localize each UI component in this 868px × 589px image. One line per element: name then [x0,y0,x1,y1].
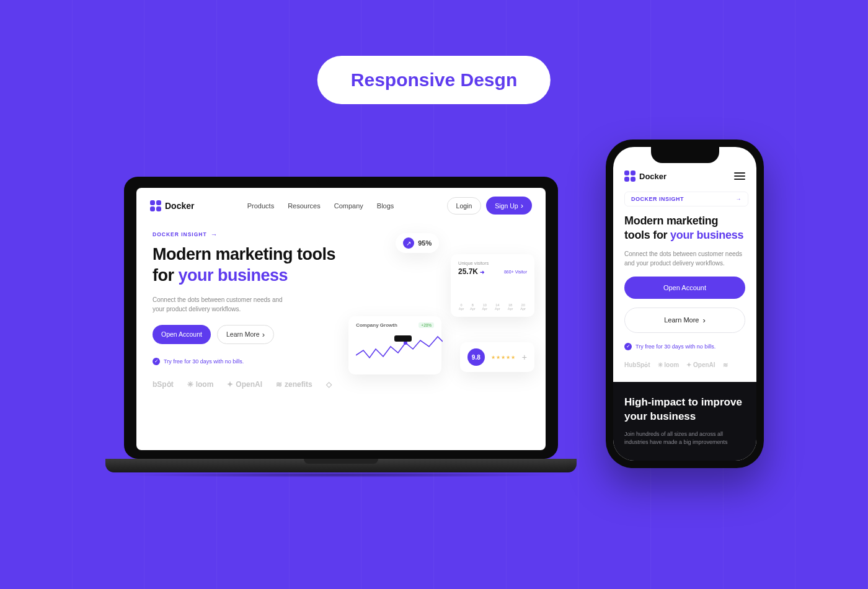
nav-blogs[interactable]: Blogs [377,202,394,210]
visitors-value: 25.7K ➜ [458,267,485,276]
hero-title: Modern marketing tools for your business [624,214,745,243]
stat-pill-card: ↗ 95% [396,233,439,253]
visitors-bar-chart: 0 Apr 8 Apr 10 Apr 14 Apr 18 Apr 20 Apr [458,281,527,311]
page-badge: Responsive Desgn [317,56,551,104]
trial-note: ✓ Try free for 30 days with no bills. [153,358,348,365]
logo-icon [624,170,636,182]
hamburger-menu-icon[interactable] [734,172,745,180]
brand-loom: ✳ loom [187,380,214,389]
brand[interactable]: Docker [624,170,666,182]
chevron-right-icon [521,201,523,210]
brand-openai: ✦ OpenAI [227,380,262,389]
brand-extra-icon: ≋ [723,361,728,368]
laptop-mockup: Docker Products Resources Company Blogs … [124,177,577,477]
brand-zenefits: ≋ zenefits [276,380,312,389]
chevron-right-icon [702,316,705,325]
arrow-right-icon [736,196,742,202]
hero-graphics: ↗ 95% Unique visitors 25.7K ➜ 860+ Visit… [348,231,529,389]
open-account-button[interactable]: Open Account [624,277,745,299]
growth-card: Company Growth +20% [348,316,441,374]
nav-products[interactable]: Products [247,202,274,210]
trial-note: ✓ Try free for 30 days with no bills. [624,343,745,350]
login-button[interactable]: Login [447,197,482,215]
nav-links: Products Resources Company Blogs [247,202,394,210]
visitors-card: Unique visitors 25.7K ➜ 860+ Visitor 0 A… [451,254,534,317]
brand-loom: ✳ loom [658,361,680,368]
learn-more-button[interactable]: Learn More [624,308,745,333]
hero-eyebrow: DOCKER INSIGHT [153,231,348,238]
arrow-up-icon: ➜ [480,269,485,275]
laptop-notch [316,177,366,185]
growth-change: +20% [418,322,434,328]
hero-title: Modern marketing tools for your business [153,244,348,286]
brand-logos-row: HubSpȯt ✳ loom ✦ OpenAI ≋ [624,361,745,368]
open-account-button[interactable]: Open Account [153,325,211,344]
score-value: 9.8 [467,348,485,366]
visitors-delta: 860+ Visitor [504,270,527,274]
brand-extra-icon: ◇ [326,380,332,389]
brand-hubspot: bSpȯt [153,380,174,389]
logo-icon [150,200,161,211]
phone-mockup: Docker DOCKER INSIGHT Modern marketing t… [606,140,764,468]
stat-percent: 95% [418,239,432,247]
check-circle-icon: ✓ [153,358,160,365]
check-circle-icon: ✓ [624,343,632,350]
nav-resources[interactable]: Resources [288,202,321,210]
brand-name: Docker [639,172,666,181]
laptop-base [105,459,577,472]
brand-openai: ✦ OpenAI [686,361,715,368]
growth-label: Company Growth [356,322,397,328]
brand-name: Docker [165,201,194,211]
trend-up-icon: ↗ [403,237,414,249]
chevron-right-icon [262,330,265,339]
hero-eyebrow[interactable]: DOCKER INSIGHT [624,192,748,206]
signup-button[interactable]: Sign Up [486,197,532,215]
dark-section-title: High-impact to improve your business [624,396,745,424]
brand-hubspot: HubSpȯt [624,361,650,368]
desktop-navbar: Docker Products Resources Company Blogs … [136,188,546,221]
arrow-right-icon [211,231,218,238]
brand-logos-row: bSpȯt ✳ loom ✦ OpenAI ≋ zenefits ◇ [153,380,348,389]
score-card: 9.8 ★★★★★ + [460,342,534,372]
svg-rect-1 [394,335,412,342]
plus-icon: + [522,352,527,362]
dark-section: High-impact to improve your business Joi… [613,382,756,461]
learn-more-button[interactable]: Learn More [217,325,274,344]
growth-line-chart [356,332,443,366]
hero-subtitle: Connect the dots between customer needs … [624,249,745,268]
mobile-navbar: Docker [624,170,745,182]
hero-subtitle: Connect the dots between customer needs … [153,295,295,314]
nav-company[interactable]: Company [334,202,363,210]
visitors-label: Unique visitors [458,260,527,266]
dark-section-subtitle: Join hundreds of all sizes and across al… [624,430,745,447]
phone-notch [651,147,719,163]
brand[interactable]: Docker [150,200,194,211]
star-rating-icon: ★★★★★ [491,355,516,360]
